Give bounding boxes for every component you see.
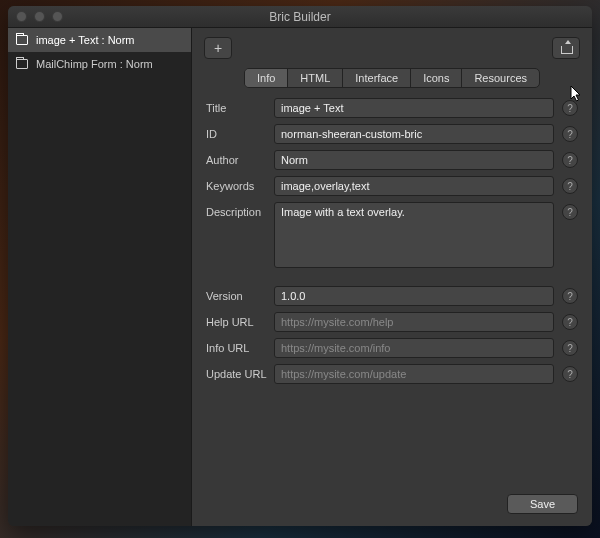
help-icon[interactable]: ? (562, 126, 578, 142)
tab-resources[interactable]: Resources (462, 69, 539, 87)
footer: Save (192, 486, 592, 526)
sidebar-item-mailchimp[interactable]: MailChimp Form : Norm (8, 52, 191, 76)
help-icon[interactable]: ? (562, 204, 578, 220)
folder-icon (16, 59, 28, 69)
tab-interface[interactable]: Interface (343, 69, 411, 87)
sidebar: image + Text : Norm MailChimp Form : Nor… (8, 28, 192, 526)
help-icon[interactable]: ? (562, 340, 578, 356)
id-input[interactable]: norman-sheeran-custom-bric (274, 124, 554, 144)
tab-html[interactable]: HTML (288, 69, 343, 87)
sidebar-item-label: image + Text : Norm (36, 34, 135, 46)
minimize-button[interactable] (34, 11, 45, 22)
author-label: Author (206, 150, 274, 166)
tab-info[interactable]: Info (245, 69, 288, 87)
help-icon[interactable]: ? (562, 152, 578, 168)
tab-bar: Info HTML Interface Icons Resources (192, 68, 592, 88)
version-input[interactable]: 1.0.0 (274, 286, 554, 306)
traffic-lights (16, 11, 63, 22)
plus-icon: + (214, 41, 222, 55)
sidebar-item-label: MailChimp Form : Norm (36, 58, 153, 70)
toolbar: + (192, 28, 592, 68)
window-body: image + Text : Norm MailChimp Form : Nor… (8, 28, 592, 526)
info-url-label: Info URL (206, 338, 274, 354)
add-button[interactable]: + (204, 37, 232, 59)
main-panel: + Info HTML Interface Icons Resources Ti… (192, 28, 592, 526)
keywords-label: Keywords (206, 176, 274, 192)
window-title: Bric Builder (8, 10, 592, 24)
update-url-input[interactable]: https://mysite.com/update (274, 364, 554, 384)
version-label: Version (206, 286, 274, 302)
title-input[interactable]: image + Text (274, 98, 554, 118)
sidebar-item-image-text[interactable]: image + Text : Norm (8, 28, 191, 52)
help-icon[interactable]: ? (562, 178, 578, 194)
close-button[interactable] (16, 11, 27, 22)
help-icon[interactable]: ? (562, 366, 578, 382)
help-icon[interactable]: ? (562, 288, 578, 304)
titlebar[interactable]: Bric Builder (8, 6, 592, 28)
description-label: Description (206, 202, 274, 218)
author-input[interactable]: Norm (274, 150, 554, 170)
help-url-input[interactable]: https://mysite.com/help (274, 312, 554, 332)
help-icon[interactable]: ? (562, 100, 578, 116)
help-icon[interactable]: ? (562, 314, 578, 330)
info-url-input[interactable]: https://mysite.com/info (274, 338, 554, 358)
help-url-label: Help URL (206, 312, 274, 328)
folder-icon (16, 35, 28, 45)
app-window: Bric Builder image + Text : Norm MailChi… (8, 6, 592, 526)
info-form: Title image + Text ? ID norman-sheeran-c… (192, 98, 592, 486)
share-button[interactable] (552, 37, 580, 59)
title-label: Title (206, 98, 274, 114)
description-input[interactable]: Image with a text overlay. (274, 202, 554, 268)
id-label: ID (206, 124, 274, 140)
zoom-button[interactable] (52, 11, 63, 22)
tab-icons[interactable]: Icons (411, 69, 462, 87)
segmented-control: Info HTML Interface Icons Resources (244, 68, 540, 88)
update-url-label: Update URL (206, 364, 274, 380)
save-button[interactable]: Save (507, 494, 578, 514)
share-icon (560, 42, 572, 54)
keywords-input[interactable]: image,overlay,text (274, 176, 554, 196)
